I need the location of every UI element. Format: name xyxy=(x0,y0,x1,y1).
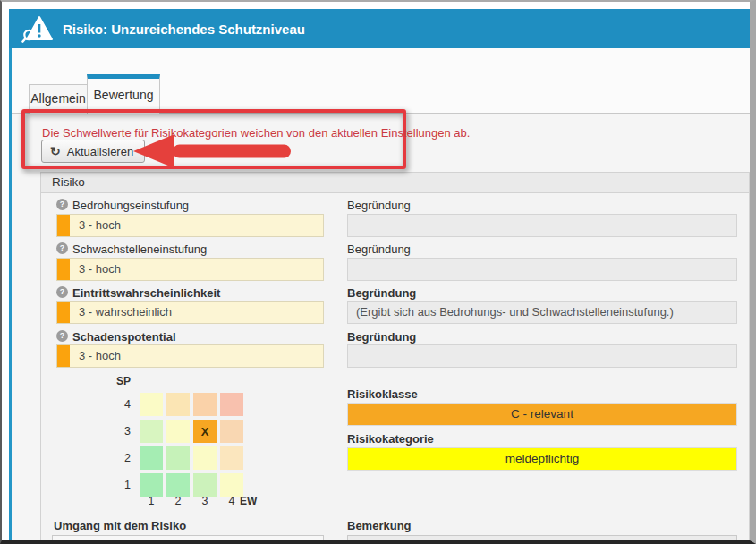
matrix-row-label: 4 xyxy=(111,393,131,416)
umgang-mit-dem-risiko-field[interactable]: behandeln xyxy=(52,535,324,544)
schadenspotential-label: Schadenspotential xyxy=(72,330,176,344)
matrix-x-axis-label: EW xyxy=(240,495,257,507)
matrix-cell[interactable] xyxy=(166,393,190,416)
matrix-cell[interactable] xyxy=(193,473,217,497)
refresh-icon: ↻ xyxy=(50,144,61,158)
matrix-cell-selected[interactable]: X xyxy=(193,420,217,443)
risiko-section-title: Risiko xyxy=(41,173,749,193)
bedrohungseinstufung-field[interactable]: 3 - hoch xyxy=(56,214,324,237)
matrix-row-labels: 4321 xyxy=(111,393,131,497)
help-icon[interactable]: ? xyxy=(56,242,68,254)
matrix-cell[interactable] xyxy=(166,446,190,470)
begruendung-input-3[interactable]: (Ergibt sich aus Bedrohungs- und Schwach… xyxy=(347,301,737,324)
window-title-bar: Risiko: Unzureichendes Schutzniveau xyxy=(9,9,750,49)
risikokategorie-label: Risikokategorie xyxy=(347,432,434,446)
help-icon[interactable]: ? xyxy=(56,199,68,210)
eintrittswahrscheinlichkeit-field[interactable]: 3 - wahrscheinlich xyxy=(56,301,324,324)
tab-bewertung[interactable]: Bewertung xyxy=(87,74,160,114)
rating-color-bar xyxy=(57,215,70,236)
schadenspotential-value: 3 - hoch xyxy=(79,345,121,367)
matrix-cell[interactable] xyxy=(140,446,163,470)
begruendung-input-2[interactable] xyxy=(347,258,737,281)
risikoklasse-value-bar: C - relevant xyxy=(347,403,737,426)
rating-color-bar xyxy=(57,302,70,323)
begruendung-input-4[interactable] xyxy=(347,344,737,368)
matrix-cell[interactable] xyxy=(140,473,163,497)
matrix-cell[interactable] xyxy=(193,446,217,470)
aktualisieren-button[interactable]: ↻ Aktualisieren xyxy=(41,140,145,163)
rating-color-bar xyxy=(57,345,70,367)
begruendung-label-1: Begründung xyxy=(347,199,411,212)
begruendung-label-3: Begründung xyxy=(347,286,416,300)
matrix-cell[interactable] xyxy=(140,420,163,443)
bemerkung-field[interactable] xyxy=(347,535,737,544)
begruendung-input-1[interactable] xyxy=(347,214,737,237)
help-icon[interactable]: ? xyxy=(56,286,68,298)
risk-matrix-grid: X xyxy=(140,393,243,497)
help-icon[interactable]: ? xyxy=(56,330,68,342)
matrix-row-label: 3 xyxy=(111,420,131,443)
umgang-mit-dem-risiko-label: Umgang mit dem Risiko xyxy=(54,519,186,532)
eintrittswahrscheinlichkeit-value: 3 - wahrscheinlich xyxy=(79,302,172,323)
begruendung-label-4: Begründung xyxy=(347,330,416,344)
page-title: Risiko: Unzureichendes Schutzniveau xyxy=(63,21,305,37)
matrix-cell[interactable] xyxy=(220,393,243,416)
matrix-y-axis-label: SP xyxy=(116,375,131,387)
matrix-cell[interactable] xyxy=(220,473,243,497)
matrix-cell[interactable] xyxy=(220,420,243,443)
risikoklasse-label: Risikoklasse xyxy=(347,387,418,401)
risikokategorie-value-bar: meldepflichtig xyxy=(347,447,737,471)
schwachstelleneinstufung-value: 3 - hoch xyxy=(79,259,121,280)
matrix-col-label: 1 xyxy=(140,495,163,507)
bemerkung-label: Bemerkung xyxy=(347,519,412,532)
matrix-row-label: 1 xyxy=(111,473,131,497)
matrix-col-label: 3 xyxy=(193,495,217,507)
schadenspotential-field[interactable]: 3 - hoch xyxy=(56,344,324,368)
matrix-cell[interactable] xyxy=(166,420,190,443)
rating-color-bar xyxy=(57,259,70,280)
matrix-col-labels: 1234 xyxy=(140,495,243,507)
begruendung-label-2: Begründung xyxy=(347,242,411,256)
risiko-section: Risiko ? Bedrohungseinstufung 3 - hoch ?… xyxy=(40,172,750,544)
bedrohungseinstufung-value: 3 - hoch xyxy=(79,215,121,236)
matrix-col-label: 2 xyxy=(166,495,190,507)
threshold-warning-text: Die Schwellwerte für Risikokategorien we… xyxy=(42,126,470,140)
application-window: Risiko: Unzureichendes Schutzniveau Allg… xyxy=(0,0,756,544)
matrix-cell[interactable] xyxy=(166,473,190,497)
schwachstelleneinstufung-label: Schwachstelleneinstufung xyxy=(72,242,207,256)
matrix-cell[interactable] xyxy=(220,446,243,470)
matrix-row-label: 2 xyxy=(111,446,131,470)
matrix-cell[interactable] xyxy=(193,393,217,416)
matrix-cell[interactable] xyxy=(140,393,163,416)
bedrohungseinstufung-label: Bedrohungseinstufung xyxy=(72,199,189,212)
tab-allgemein[interactable]: Allgemein xyxy=(29,84,88,114)
schwachstelleneinstufung-field[interactable]: 3 - hoch xyxy=(56,258,324,281)
eintrittswahrscheinlichkeit-label: Eintrittswahrscheinlichkeit xyxy=(72,286,220,300)
risk-warning-magnifier-icon xyxy=(21,14,54,43)
aktualisieren-button-label: Aktualisieren xyxy=(67,145,133,158)
